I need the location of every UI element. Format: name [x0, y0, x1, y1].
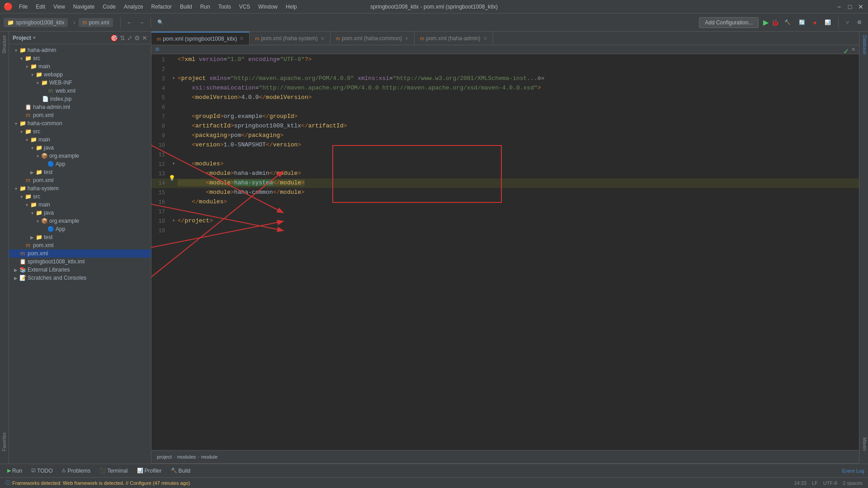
tree-item-src-1[interactable]: ▾ 📁 src	[9, 54, 151, 62]
structure-panel-label[interactable]: Structure	[1, 32, 8, 57]
tree-item-springboot-iml[interactable]: 📋 springboot1008_ktlx.iml	[9, 258, 151, 266]
tab-close-button[interactable]: ✕	[321, 36, 325, 42]
tree-item-haha-common[interactable]: ▾ 📁 haha-common	[9, 119, 151, 127]
tree-item-java-common[interactable]: ▾ 📁 java	[9, 144, 151, 152]
menu-vcs[interactable]: VCS	[236, 3, 254, 11]
tree-item-app-system[interactable]: 🔵 App	[9, 225, 151, 233]
status-encoding[interactable]: UTF-8	[823, 480, 837, 486]
tree-item-main-system[interactable]: ▾ 📁 main	[9, 201, 151, 209]
tab-close-button[interactable]: ✕	[240, 36, 244, 42]
tab-pom-common[interactable]: m pom.xml (haha-common) ✕	[330, 32, 415, 45]
stop-button[interactable]: ■	[811, 19, 819, 27]
tree-close-button[interactable]: ✕	[142, 34, 147, 42]
fold-button[interactable]: ▾	[172, 160, 175, 169]
tree-item-admin-iml[interactable]: 📋 haha-admin.iml	[9, 103, 151, 111]
menu-window[interactable]: Window	[255, 3, 281, 11]
tree-item-haha-system[interactable]: ▾ 📁 haha-system	[9, 184, 151, 192]
code-content[interactable]: 1 <?xml version="1.0" encoding="UTF-8"?>…	[151, 54, 859, 235]
menu-refactor[interactable]: Refactor	[148, 3, 175, 11]
tree-item-webinf[interactable]: ▾ 📁 WEB-INF	[9, 79, 151, 87]
todo-button[interactable]: ☑ TODO	[28, 467, 56, 475]
project-selector[interactable]: 📁 springboot1008_ktlx	[4, 18, 68, 27]
line-code: <packaging>pom</packaging>	[178, 131, 859, 140]
tab-pom-system[interactable]: m pom.xml (haha-system) ✕	[250, 32, 330, 45]
breadcrumb-module[interactable]: module	[201, 454, 217, 460]
status-linesep[interactable]: LF	[812, 480, 818, 486]
tree-item-src-system[interactable]: ▾ 📁 src	[9, 192, 151, 201]
tab-close-button[interactable]: ✕	[483, 36, 487, 42]
tree-item-pom-common[interactable]: m pom.xml	[9, 176, 151, 184]
favorites-panel-label[interactable]: Favorites	[1, 429, 8, 455]
status-indent[interactable]: 2 spaces	[843, 480, 863, 486]
tab-pom-admin[interactable]: m pom.xml (haha-admin) ✕	[415, 32, 493, 45]
breadcrumb-project[interactable]: project	[157, 454, 172, 460]
menu-analyze[interactable]: Analyze	[120, 3, 147, 11]
menu-view[interactable]: View	[50, 3, 69, 11]
tree-item-webxml[interactable]: m web.xml	[9, 87, 151, 95]
menu-navigate[interactable]: Navigate	[70, 3, 98, 11]
tab-close-button[interactable]: ✕	[405, 36, 409, 42]
tree-settings-button[interactable]: ⚙	[134, 34, 140, 42]
build-button[interactable]: 🔨	[782, 18, 793, 27]
pom-selector[interactable]: m pom.xml	[79, 18, 113, 27]
add-configuration-button[interactable]: Add Configuration...	[699, 17, 759, 28]
event-log-label[interactable]: Event Log	[842, 468, 864, 474]
tree-item-org-common[interactable]: ▾ 📦 org.example	[9, 152, 151, 160]
menu-run[interactable]: Run	[197, 3, 214, 11]
database-panel-label[interactable]: Database	[859, 32, 868, 58]
breadcrumb-modules[interactable]: modules	[177, 454, 196, 460]
navigate-forward-button[interactable]: →	[137, 19, 147, 27]
tree-item-pom-system[interactable]: m pom.xml	[9, 241, 151, 249]
tab-pom-root[interactable]: m pom.xml (springboot1008_ktlx) ✕	[151, 32, 250, 45]
build-tool-button[interactable]: 🔨 Build	[167, 467, 194, 475]
settings-button[interactable]: ⚙	[854, 18, 864, 27]
tree-item-java-system[interactable]: ▾ 📁 java	[9, 209, 151, 217]
menu-file[interactable]: File	[15, 3, 31, 11]
tree-chevron[interactable]: ▾	[33, 35, 36, 41]
run-button[interactable]: ▶	[763, 18, 769, 27]
tree-item-main-1[interactable]: ▾ 📁 main	[9, 62, 151, 70]
maven-panel-label[interactable]: Maven	[859, 434, 868, 455]
search-everywhere-button[interactable]: 🔍	[155, 18, 166, 27]
collapse-all-button[interactable]: ⤢	[127, 34, 132, 42]
tree-item-external-libs[interactable]: ▶ 📚 External Libraries	[9, 266, 151, 274]
tree-item-webapp[interactable]: ▾ 📁 webapp	[9, 70, 151, 79]
tree-item-indexjsp[interactable]: 📄 index.jsp	[9, 95, 151, 103]
notification-close[interactable]: ✕	[851, 47, 855, 52]
terminal-button[interactable]: ⬛ Terminal	[96, 467, 131, 475]
git-button[interactable]: ⑂	[843, 19, 852, 27]
maximize-button[interactable]: □	[846, 3, 854, 10]
run-coverage-button[interactable]: 📊	[822, 18, 834, 27]
profiler-button[interactable]: 📊 Profiler	[133, 467, 165, 475]
locate-file-button[interactable]: 🎯	[110, 34, 118, 42]
sync-button[interactable]: 🔄	[796, 18, 808, 27]
status-position[interactable]: 14:33	[794, 480, 807, 486]
tree-item-pom-root[interactable]: m pom.xml	[9, 249, 151, 258]
lightbulb-icon[interactable]: 💡	[169, 174, 175, 183]
menu-tools[interactable]: Tools	[215, 3, 235, 11]
fold-button[interactable]: ▾	[172, 74, 175, 83]
tree-item-test-common[interactable]: ▶ 📁 test	[9, 168, 151, 176]
tree-item-scratches[interactable]: ▶ 📝 Scratches and Consoles	[9, 274, 151, 282]
close-button[interactable]: ✕	[857, 3, 864, 10]
expand-all-button[interactable]: ⇅	[120, 34, 125, 42]
tree-item-org-system[interactable]: ▾ 📦 org.example	[9, 217, 151, 225]
navigate-back-button[interactable]: ←	[124, 19, 135, 27]
code-editor[interactable]: ⚙ ✕ ✓ 1 <?xml version="1.0" encoding="UT…	[151, 45, 859, 450]
tree-item-app-common[interactable]: 🔵 App	[9, 160, 151, 168]
fold-button[interactable]: ▾	[172, 216, 175, 225]
tree-item-pom-admin[interactable]: m pom.xml	[9, 111, 151, 119]
run-tool-button[interactable]: ▶ Run	[4, 467, 26, 475]
tree-item-haha-admin[interactable]: ▾ 📁 haha-admin	[9, 46, 151, 54]
status-message[interactable]: ⓘ Frameworks detected: Web framework is …	[5, 479, 190, 486]
tree-item-main-common[interactable]: ▾ 📁 main	[9, 136, 151, 144]
minimize-button[interactable]: −	[835, 3, 843, 10]
menu-build[interactable]: Build	[176, 3, 196, 11]
problems-button[interactable]: ⚠ Problems	[58, 467, 94, 475]
menu-code[interactable]: Code	[99, 3, 119, 11]
menu-edit[interactable]: Edit	[32, 3, 49, 11]
tree-item-test-system[interactable]: ▶ 📁 test	[9, 233, 151, 241]
tree-item-src-common[interactable]: ▾ 📁 src	[9, 127, 151, 136]
debug-button[interactable]: 🐞	[771, 19, 779, 26]
menu-help[interactable]: Help	[282, 3, 301, 11]
